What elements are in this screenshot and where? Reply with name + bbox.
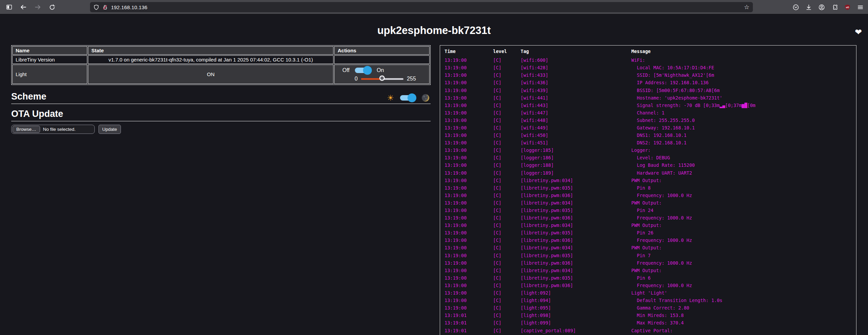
log-tag: [wifi:441] — [521, 95, 631, 101]
log-tag: [logger:189] — [521, 170, 631, 176]
file-input[interactable]: Browse… No file selected. — [11, 125, 95, 134]
log-row: 13:19:00 [C] [libretiny.pwm:035] Pin 7 — [445, 252, 856, 259]
log-tag: [libretiny.pwm:034] — [521, 178, 631, 183]
log-level: [C] — [493, 95, 521, 101]
url-bar[interactable]: 192.168.10.136 ☆ — [90, 2, 753, 12]
downloads-button[interactable] — [803, 2, 814, 12]
menu-button[interactable] — [855, 2, 865, 12]
column-header-actions: Actions — [334, 46, 430, 55]
log-rows: 13:19:00 [C] [wifi:600] WiFi: 13:19:00 [… — [445, 56, 856, 335]
insecure-lock-icon[interactable] — [102, 4, 108, 10]
pocket-icon — [793, 4, 799, 11]
brightness-slider-thumb[interactable] — [379, 75, 385, 81]
log-level: [C] — [493, 230, 521, 235]
log-time: 13:19:00 — [445, 268, 493, 273]
light-off-label: Off — [342, 67, 349, 73]
log-row: 13:19:00 [C] [libretiny.pwm:035] Pin 8 — [445, 184, 856, 192]
log-tag: [libretiny.pwm:034] — [521, 200, 631, 206]
account-button[interactable] — [816, 2, 827, 12]
extensions-button[interactable] — [829, 2, 839, 12]
log-time: 13:19:00 — [445, 215, 493, 221]
log-time: 13:19:00 — [445, 118, 493, 123]
scheme-toggle[interactable] — [400, 94, 416, 102]
log-row: 13:19:00 [C] [libretiny.pwm:036] Frequen… — [445, 259, 856, 267]
log-row: 13:19:00 [C] [libretiny.pwm:034] PWM Out… — [445, 199, 856, 207]
bookmark-star-icon[interactable]: ☆ — [744, 4, 749, 10]
log-row: 13:19:00 [C] [libretiny.pwm:035] Pin 24 — [445, 207, 856, 214]
log-level: [C] — [493, 185, 521, 191]
log-tag: [libretiny.pwm:035] — [521, 253, 631, 258]
log-message: Pin 24 — [631, 208, 856, 213]
log-message: Channel: 1 — [631, 110, 856, 116]
log-time: 13:19:00 — [445, 298, 493, 303]
log-level: [C] — [493, 72, 521, 78]
log-message: Subnet: 255.255.255.0 — [631, 118, 856, 123]
log-tag: [wifi:447] — [521, 110, 631, 116]
log-message: Light 'Light' — [631, 290, 856, 296]
log-message: WiFi: — [631, 57, 856, 63]
log-tag: [libretiny.pwm:036] — [521, 237, 631, 243]
log-message: IP Address: 192.168.10.136 — [631, 80, 856, 85]
log-panel[interactable]: Time level Tag Message 13:19:00 [C] [wif… — [440, 45, 856, 335]
update-button[interactable]: Update — [98, 125, 121, 134]
pocket-button[interactable] — [791, 2, 801, 12]
log-row: 13:19:00 [C] [wifi:449] Gateway: 192.168… — [445, 124, 856, 131]
log-time: 13:19:00 — [445, 133, 493, 138]
log-header-time: Time — [445, 49, 493, 54]
forward-button[interactable] — [33, 2, 43, 12]
log-message: Pin 8 — [631, 185, 856, 191]
log-row: 13:19:00 [C] [logger:185] Logger: — [445, 146, 856, 154]
download-icon — [806, 4, 812, 11]
log-tag: [libretiny.pwm:035] — [521, 275, 631, 281]
forward-arrow-icon — [34, 4, 41, 11]
log-time: 13:19:00 — [445, 237, 493, 243]
light-state: ON — [88, 65, 333, 84]
log-row: 13:19:00 [C] [light:094] Default Transit… — [445, 297, 856, 304]
brightness-slider[interactable] — [361, 75, 403, 82]
log-row: 13:19:00 [C] [light:092] Light 'Light' — [445, 289, 856, 297]
log-time: 13:19:01 — [445, 328, 493, 333]
log-tag: [libretiny.pwm:034] — [521, 223, 631, 228]
log-level: [C] — [493, 260, 521, 266]
log-tag: [logger:188] — [521, 162, 631, 168]
ublock-button[interactable]: uO — [842, 2, 852, 12]
log-level: [C] — [493, 200, 521, 206]
scheme-toggle-knob[interactable] — [408, 93, 416, 102]
libretiny-version-actions — [334, 55, 430, 64]
log-tag: [light:092] — [521, 290, 631, 296]
log-row: 13:19:00 [C] [libretiny.pwm:035] Pin 26 — [445, 229, 856, 236]
url-text[interactable]: 192.168.10.136 — [111, 4, 741, 10]
log-tag: [libretiny.pwm:035] — [521, 230, 631, 235]
reload-button[interactable] — [47, 2, 57, 12]
account-icon — [818, 4, 825, 11]
back-button[interactable] — [18, 2, 29, 12]
log-row: 13:19:00 [C] [libretiny.pwm:034] PWM Out… — [445, 177, 856, 184]
log-level: [C] — [493, 268, 521, 273]
log-message: PWM Output: — [631, 245, 856, 250]
log-message: SSID: [5m'Nighthawk_AX12'[6m — [631, 72, 856, 78]
log-message: DNS1: 192.168.10.1 — [631, 133, 856, 138]
log-level: [C] — [493, 253, 521, 258]
log-message: Frequency: 1000.0 Hz — [631, 215, 856, 221]
log-tag: [captive_portal:089] — [521, 328, 631, 333]
light-toggle-knob[interactable] — [363, 66, 372, 75]
log-tag: [wifi:436] — [521, 80, 631, 85]
log-tag: [libretiny.pwm:035] — [521, 185, 631, 191]
log-tag: [light:099] — [521, 320, 631, 325]
log-message: Default Transition Length: 1.0s — [631, 298, 856, 303]
table-row-light: Light ON Off On 0 — [12, 65, 430, 84]
log-tag: [libretiny.pwm:036] — [521, 283, 631, 288]
log-time: 13:19:01 — [445, 313, 493, 318]
log-time: 13:19:00 — [445, 125, 493, 130]
log-message: Frequency: 1000.0 Hz — [631, 283, 856, 288]
sidebar-toggle-button[interactable] — [4, 2, 14, 12]
light-toggle[interactable] — [355, 66, 371, 74]
log-time: 13:19:00 — [445, 208, 493, 213]
log-row: 13:19:00 [C] [libretiny.pwm:036] Frequen… — [445, 282, 856, 289]
log-tag: [wifi:428] — [521, 65, 631, 70]
browse-button[interactable]: Browse… — [13, 126, 40, 133]
log-time: 13:19:00 — [445, 80, 493, 85]
log-time: 13:19:00 — [445, 103, 493, 108]
log-time: 13:19:00 — [445, 290, 493, 296]
log-tag: [light:098] — [521, 313, 631, 318]
